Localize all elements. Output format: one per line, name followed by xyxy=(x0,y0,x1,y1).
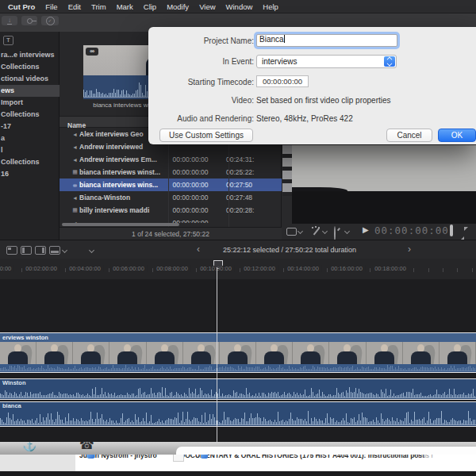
clip-start-timecode: 00:00:00:00 xyxy=(161,168,220,176)
clip-start-timecode: 00:00:00:00 xyxy=(161,206,220,214)
sidebar-item[interactable]: Collections xyxy=(0,156,60,168)
sidebar-item[interactable]: l xyxy=(0,144,60,156)
background-tasks-button[interactable]: ✓ xyxy=(41,16,59,25)
clip-start-timecode: 00:00:00:00 xyxy=(161,181,220,189)
menu-item-view[interactable]: View xyxy=(199,2,215,11)
in-event-select[interactable]: interviews xyxy=(256,55,397,68)
text-caret xyxy=(284,35,285,43)
connect-edit-icon[interactable] xyxy=(6,246,17,255)
menu-item-modify[interactable]: Modify xyxy=(167,2,189,11)
speaker-icon: ◄ xyxy=(71,157,79,163)
video-thumbnail xyxy=(256,342,293,364)
menu-item-clip[interactable]: Clip xyxy=(144,2,156,11)
mail-margin xyxy=(0,455,75,471)
timeline-clip-audio-1[interactable]: Winston xyxy=(0,378,476,400)
duration-info: 25:22:12 selected / 27:50:22 total durat… xyxy=(214,246,365,254)
video-thumbnail xyxy=(440,342,476,364)
ruler-label: 00:12:00:00 xyxy=(241,265,278,272)
menu-item-edit[interactable]: Edit xyxy=(68,2,81,11)
insert-edit-icon[interactable] xyxy=(21,246,32,255)
checkbox[interactable] xyxy=(173,455,184,462)
clip-row[interactable]: ▦billy interviews maddi00:00:00:0000:20:… xyxy=(60,204,282,217)
sidebar-item[interactable]: ews xyxy=(0,85,60,97)
timeline-clip-audio-2[interactable]: bianca xyxy=(0,401,476,427)
clip-audio-strip xyxy=(0,364,476,371)
clip-row[interactable]: ◄00:00:00:00 xyxy=(60,217,282,223)
sidebar-item[interactable]: a xyxy=(0,132,60,144)
viewer-letterbox xyxy=(292,194,476,224)
clip-row[interactable]: ∞bianca interviews wins...00:00:00:0000:… xyxy=(60,178,282,191)
project-name-field[interactable]: Bianca xyxy=(256,34,397,47)
clip-row[interactable]: ◄Andrew interviews Em...00:00:00:0000:24… xyxy=(60,153,282,166)
mail-subject: DOCUMENTARY & ORAL HISTORIES (175 HIST A… xyxy=(180,455,424,459)
menu-item-window[interactable]: Window xyxy=(226,2,253,11)
import-media-button[interactable]: ↓ xyxy=(2,16,17,25)
chevron-down-icon[interactable] xyxy=(322,228,328,234)
video-thumbnail xyxy=(183,342,220,364)
sidebar-item[interactable]: Collections xyxy=(0,109,60,121)
play-icon[interactable]: ▶ xyxy=(363,225,369,234)
video-frame[interactable] xyxy=(292,145,476,194)
sidebar-item[interactable]: ctional videos xyxy=(0,73,60,85)
append-edit-icon[interactable] xyxy=(35,246,46,255)
ruler-label: 00:02:00:00 xyxy=(23,265,60,272)
timeline-area[interactable]: erviews winston Winston bianca xyxy=(0,279,476,443)
video-thumbnail xyxy=(73,342,109,364)
video-value: Set based on first video clip properties xyxy=(256,94,391,107)
menu-item-help[interactable]: Help xyxy=(263,2,278,11)
sidebar-item[interactable]: -17 xyxy=(0,121,60,132)
background-dark-strip xyxy=(0,471,476,476)
ruler-label: 00:18:00:00 xyxy=(372,265,409,272)
chevron-down-icon[interactable] xyxy=(344,228,350,234)
ruler-label: 00:06:00:00 xyxy=(110,265,147,272)
clip-row[interactable]: ▦bianca interviews winst...00:00:00:0000… xyxy=(60,166,282,178)
playhead[interactable] xyxy=(217,267,217,443)
use-custom-settings-button[interactable]: Use Custom Settings xyxy=(159,129,253,142)
mail-row[interactable]: Justin Nystrom - jnystro DOCUMENTARY & O… xyxy=(75,455,476,471)
stepper-icon[interactable] xyxy=(384,56,395,67)
video-thumbnail xyxy=(147,342,183,364)
video-thumbnail xyxy=(293,342,329,364)
menu-item-cut-pro[interactable]: Cut Pro xyxy=(8,2,35,11)
starting-timecode-field[interactable]: 00:00:00:00 xyxy=(256,75,309,87)
cancel-button[interactable]: Cancel xyxy=(386,129,432,142)
video-thumbnail xyxy=(220,342,256,364)
clip-row[interactable]: ◄Bianca-Winston00:00:00:0000:27:48 xyxy=(60,191,282,204)
clip-name: bianca interviews winst... xyxy=(79,168,161,176)
chevron-down-icon[interactable] xyxy=(298,228,303,234)
video-thumbnail xyxy=(403,342,440,364)
clip-title: erviews winston xyxy=(0,333,476,342)
screen: Cut ProFileEditTrimMarkClipModifyViewWin… xyxy=(0,0,476,476)
frame-fit-icon[interactable] xyxy=(286,228,297,236)
timeline-ruler[interactable]: 0:0000:02:00:0000:04:00:0000:06:00:0000:… xyxy=(0,259,476,279)
horizontal-scrollbar[interactable] xyxy=(62,223,179,226)
keyword-editor-button[interactable] xyxy=(21,16,37,25)
chevron-down-icon[interactable] xyxy=(62,248,67,253)
mail-preview: This r xyxy=(416,455,433,459)
sidebar-item[interactable]: Collections xyxy=(0,61,60,73)
ruler-label: 00:04:00:00 xyxy=(67,265,103,272)
clip-name: Andrew interviewed xyxy=(79,143,161,151)
video-thumbnail xyxy=(329,342,366,364)
menu-item-trim[interactable]: Trim xyxy=(91,2,106,11)
in-event-label: In Event: xyxy=(148,56,254,68)
library-list: ra...e interviewsCollectionsctional vide… xyxy=(0,49,60,180)
chevron-down-icon[interactable] xyxy=(89,248,94,253)
overwrite-edit-icon[interactable] xyxy=(49,246,60,255)
titles-generators-icon[interactable]: T xyxy=(3,36,13,45)
file-icon xyxy=(201,455,208,459)
ruler-label: 00:16:00:00 xyxy=(328,265,365,272)
sidebar-item[interactable]: 16 xyxy=(0,168,60,180)
select-tool-cursor-icon[interactable] xyxy=(80,244,86,248)
ok-button[interactable]: OK xyxy=(438,129,476,142)
sidebar-item[interactable]: ra...e interviews xyxy=(0,49,60,61)
menu-item-file[interactable]: File xyxy=(45,2,57,11)
anchor-icon: ⚓ xyxy=(22,442,37,452)
chevron-right-icon[interactable]: › xyxy=(408,244,411,255)
timeline-toolbar: ‹ 25:22:12 selected / 27:50:22 total dur… xyxy=(0,240,476,259)
clip-name: Andrew interviews Em... xyxy=(79,155,161,163)
menu-item-mark[interactable]: Mark xyxy=(117,2,133,11)
chevron-left-icon[interactable]: ‹ xyxy=(197,244,200,255)
sidebar-item[interactable]: Import xyxy=(0,97,60,109)
timeline-clip-video[interactable]: erviews winston xyxy=(0,332,476,373)
